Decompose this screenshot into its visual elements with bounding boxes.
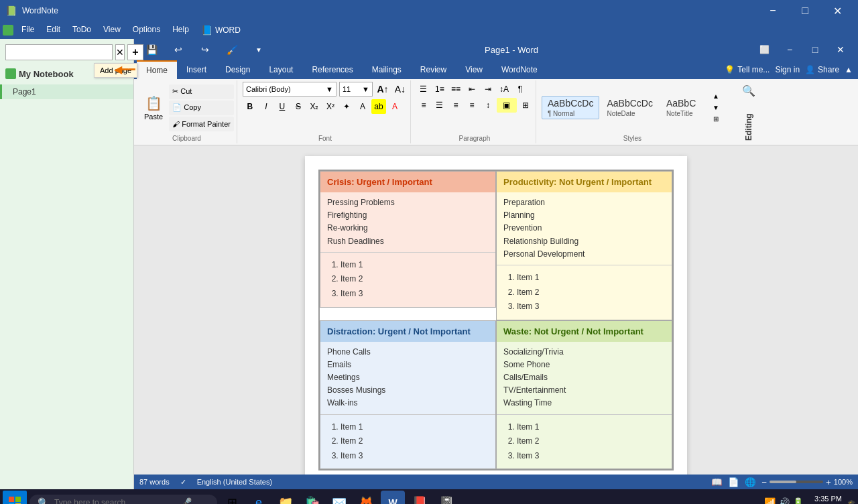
word-minimize-btn[interactable]: −	[778, 39, 802, 60]
show-formatting-button[interactable]: ¶	[513, 82, 528, 97]
read-mode-btn[interactable]: 📖	[711, 477, 723, 487]
search-input[interactable]	[5, 44, 113, 60]
superscript-button[interactable]: X²	[323, 99, 338, 114]
taskbar-search-input[interactable]	[54, 498, 175, 504]
menu-options[interactable]: Options	[127, 23, 166, 37]
word-close-btn[interactable]: ✕	[829, 39, 853, 60]
menu-todo[interactable]: ToDo	[67, 23, 97, 37]
strikethrough-button[interactable]: S	[291, 99, 306, 114]
grow-font-button[interactable]: A↑	[375, 82, 390, 97]
font-name-selector[interactable]: Calibri (Body) ▼	[243, 82, 336, 97]
zoom-out-btn[interactable]: −	[761, 477, 767, 487]
taskbar-firefox[interactable]: 🦊	[354, 491, 378, 504]
menu-view[interactable]: View	[98, 23, 126, 37]
tab-view[interactable]: View	[456, 60, 492, 79]
format-painter-button[interactable]: 🖌 Format Painter	[169, 117, 234, 131]
style-notedate[interactable]: AaBbCcDc NoteDate	[601, 96, 658, 119]
copy-button[interactable]: 📄 Copy	[169, 101, 234, 115]
taskbar-explorer[interactable]: 📁	[273, 491, 298, 504]
font-color-button[interactable]: A	[387, 99, 402, 114]
word-more-btn[interactable]: ▼	[247, 39, 271, 60]
text-effects-button[interactable]: A	[355, 99, 370, 114]
taskbar-mic-icon[interactable]: 🎤	[180, 497, 192, 504]
taskbar-onenote[interactable]: 📓	[434, 491, 458, 504]
increase-indent-button[interactable]: ⇥	[481, 82, 495, 97]
sign-in-button[interactable]: Sign in	[775, 65, 800, 74]
text-highlight-button[interactable]: ab	[371, 99, 386, 114]
tray-battery-icon[interactable]: 🔋	[792, 497, 804, 504]
menu-edit[interactable]: Edit	[41, 23, 66, 37]
shrink-font-button[interactable]: A↓	[393, 82, 408, 97]
tab-layout[interactable]: Layout	[259, 60, 302, 79]
q3-item-0: Phone Calls	[327, 346, 489, 359]
minimize-button[interactable]: −	[757, 0, 788, 21]
underline-button[interactable]: U	[275, 99, 290, 114]
tab-home[interactable]: Home	[137, 60, 177, 79]
line-spacing-button[interactable]: ↕	[481, 98, 495, 113]
taskbar-edge[interactable]: e	[247, 491, 271, 504]
subscript-button[interactable]: X₂	[307, 99, 322, 114]
word-maximize2-btn[interactable]: □	[803, 39, 827, 60]
web-layout-btn[interactable]: 🌐	[745, 477, 756, 487]
word-redo-btn[interactable]: ↪	[193, 39, 217, 60]
multilevel-list-button[interactable]: ≡≡	[448, 82, 463, 97]
close-button[interactable]: ✕	[822, 0, 853, 21]
tell-me-button[interactable]: 💡Tell me...	[725, 65, 770, 74]
borders-button[interactable]: ⊞	[518, 98, 533, 113]
tab-review[interactable]: Review	[411, 60, 456, 79]
shading-button[interactable]: ▣	[497, 98, 517, 113]
sort-button[interactable]: ↕A	[497, 82, 511, 97]
menu-file[interactable]: File	[16, 23, 40, 37]
taskbar-task-view[interactable]: ⊞	[220, 491, 244, 504]
clear-format-button[interactable]: ✦	[339, 99, 354, 114]
taskbar-word[interactable]: W	[381, 491, 405, 504]
tab-wordnote[interactable]: WordNote	[492, 60, 547, 79]
ribbon-collapse-btn[interactable]: ▲	[845, 65, 853, 74]
taskbar-mail[interactable]: ✉️	[327, 491, 351, 504]
tray-volume-icon[interactable]: 🔊	[778, 497, 790, 504]
zoom-in-btn[interactable]: +	[826, 477, 831, 487]
ribbon: Home Insert Design Layout References Mai…	[134, 60, 858, 145]
style-normal[interactable]: AaBbCcDc ¶ Normal	[542, 96, 599, 119]
tray-network-icon[interactable]: 📶	[764, 497, 776, 504]
justify-button[interactable]: ≡	[465, 98, 479, 113]
maximize-button[interactable]: □	[790, 0, 820, 21]
align-right-button[interactable]: ≡	[448, 98, 463, 113]
tab-mailings[interactable]: Mailings	[363, 60, 411, 79]
word-format-btn[interactable]: 🖌️	[220, 39, 244, 60]
styles-expand[interactable]: ⊞	[709, 113, 723, 125]
decrease-indent-button[interactable]: ⇤	[465, 82, 479, 97]
style-notetitle[interactable]: AaBbC NoteTitle	[660, 96, 707, 119]
word-restore-btn[interactable]: ⬜	[752, 39, 776, 60]
word-window: 💾 ↩ ↪ 🖌️ ▼ Page1 - Word ⬜ − □ ✕ Home Ins…	[134, 39, 858, 489]
bold-button[interactable]: B	[243, 99, 257, 114]
tab-references[interactable]: References	[302, 60, 362, 79]
print-layout-btn[interactable]: 📄	[728, 477, 739, 487]
taskbar-store[interactable]: 🛍️	[300, 491, 324, 504]
find-button[interactable]: 🔍	[741, 83, 756, 98]
italic-button[interactable]: I	[259, 99, 273, 114]
font-size-selector[interactable]: 11 ▼	[339, 82, 373, 97]
start-button[interactable]	[3, 491, 27, 504]
menu-word[interactable]: 📘 WORD	[196, 23, 246, 37]
styles-scroll-down[interactable]: ▼	[709, 102, 723, 113]
sidebar-page-page1[interactable]: Page1	[0, 84, 133, 99]
taskbar-extras: 🎓	[847, 499, 855, 505]
tab-design[interactable]: Design	[216, 60, 259, 79]
align-left-button[interactable]: ≡	[416, 98, 431, 113]
word-undo-btn[interactable]: ↩	[166, 39, 190, 60]
tab-insert[interactable]: Insert	[177, 60, 216, 79]
search-clear-button[interactable]: ✕	[115, 44, 125, 60]
bullets-button[interactable]: ☰	[416, 82, 431, 97]
numbering-button[interactable]: 1≡	[432, 82, 447, 97]
styles-scroll-up[interactable]: ▲	[709, 91, 723, 103]
app-menu-bar: File Edit ToDo View Options Help 📘 WORD	[0, 21, 858, 39]
taskbar-pdf[interactable]: 📕	[408, 491, 432, 504]
q1-item-0: Pressing Problems	[327, 196, 489, 209]
add-page-button[interactable]: +	[127, 44, 143, 60]
align-center-button[interactable]: ☰	[432, 98, 447, 113]
share-button[interactable]: 👤Share	[805, 65, 839, 74]
cut-button[interactable]: ✂ Cut	[169, 84, 234, 99]
paste-button[interactable]: 📋 Paste	[139, 91, 168, 125]
menu-help[interactable]: Help	[167, 23, 194, 37]
